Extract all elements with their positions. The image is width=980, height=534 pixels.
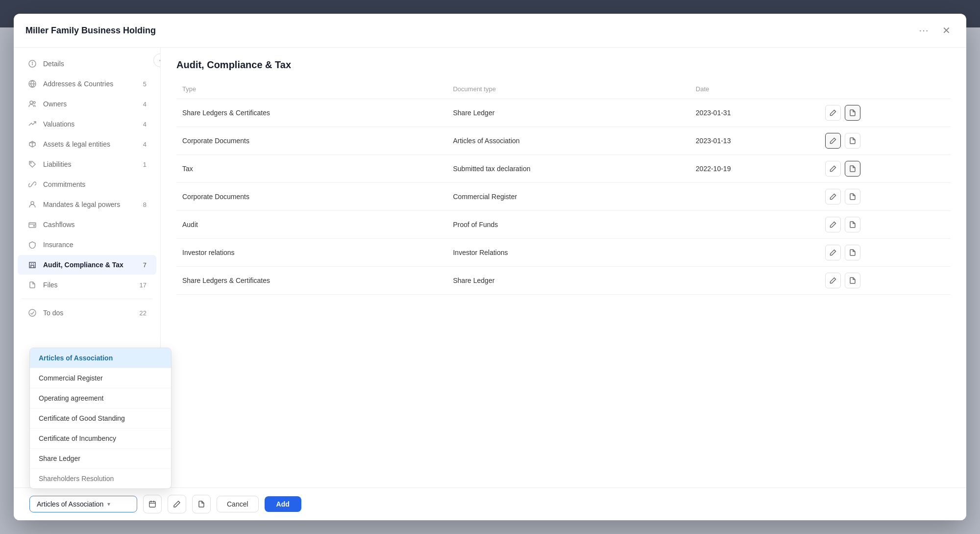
add-button[interactable]: Add [265,496,301,512]
sidebar-label-liabilities: Liabilities [43,160,131,168]
data-table: Type Document type Date Share Ledgers & … [176,82,951,295]
svg-rect-10 [29,223,36,228]
table-row: Share Ledgers & Certificates Share Ledge… [176,267,951,295]
sidebar-item-details[interactable]: Details [18,54,156,74]
sidebar-item-audit[interactable]: Audit, Compliance & Tax 7 [18,255,156,275]
cell-type-1: Corporate Documents [176,127,447,155]
cell-date-0: 2023-01-31 [690,99,817,127]
sidebar-item-liabilities[interactable]: Liabilities 1 [18,154,156,174]
edit-row-button-3[interactable] [825,189,841,204]
dropdown-option-incumbency[interactable]: Certificate of Incumbency [30,429,171,449]
trending-up-icon [27,119,37,129]
cell-date-2: 2022-10-19 [690,155,817,183]
svg-point-11 [34,226,35,227]
cell-actions-2 [817,155,951,183]
cell-doctype-3: Commercial Register [447,183,689,211]
sidebar-count-audit: 7 [137,261,147,269]
svg-point-2 [32,62,33,63]
main-content: Audit, Compliance & Tax Type Document ty… [161,48,966,487]
cell-date-1: 2023-01-13 [690,127,817,155]
modal: Miller Family Business Holding ⋯ ✕ ‹ Det… [14,14,966,520]
globe-icon [27,79,37,89]
cell-doctype-0: Share Ledger [447,99,689,127]
svg-point-5 [33,102,35,103]
sidebar-label-files: Files [43,281,131,289]
cell-actions-6 [817,267,951,295]
sidebar-divider [22,299,152,299]
sidebar-item-valuations[interactable]: Valuations 4 [18,114,156,134]
sidebar-item-mandates[interactable]: Mandates & legal powers 8 [18,195,156,214]
cell-actions-5 [817,239,951,267]
sidebar-count-assets: 4 [137,141,147,148]
dropdown-option-good-standing[interactable]: Certificate of Good Standing [30,408,171,429]
info-icon [27,59,37,69]
sidebar-count-mandates: 8 [137,201,147,208]
edit-row-button-0[interactable] [825,105,841,121]
cell-doctype-1: Articles of Association [447,127,689,155]
col-header-type: Type [176,82,447,99]
sidebar-item-addresses[interactable]: Addresses & Countries 5 [18,74,156,94]
sidebar-item-insurance[interactable]: Insurance [18,235,156,254]
tag-icon [27,159,37,169]
file-row-button-5[interactable] [845,245,860,260]
col-header-date: Date [690,82,817,99]
cell-actions-0 [817,99,951,127]
file-row-button-0[interactable] [845,105,860,121]
sidebar-count-files: 17 [137,281,147,289]
file-row-button-2[interactable] [845,161,860,177]
dropdown-option-share-ledger[interactable]: Share Ledger [30,449,171,469]
cell-doctype-4: Proof of Funds [447,211,689,239]
dropdown-option-articles[interactable]: Articles of Association [30,348,171,368]
building-icon [27,260,37,270]
sidebar-item-owners[interactable]: Owners 4 [18,94,156,114]
dropdown-overlay: Articles of AssociationCommercial Regist… [29,348,172,489]
edit-row-button-1[interactable] [825,133,841,149]
edit-row-button-6[interactable] [825,273,841,288]
cell-type-5: Investor relations [176,239,447,267]
sidebar-label-addresses: Addresses & Countries [43,80,131,88]
sidebar-label-cashflows: Cashflows [43,221,147,229]
edit-icon-button[interactable] [168,495,186,513]
svg-rect-16 [149,502,155,508]
wallet-icon [27,220,37,229]
edit-row-button-5[interactable] [825,245,841,260]
dropdown-option-operating[interactable]: Operating agreement [30,388,171,408]
sidebar-label-details: Details [43,60,147,68]
file-row-button-6[interactable] [845,273,860,288]
close-button[interactable]: ✕ [938,23,955,38]
file-row-button-4[interactable] [845,217,860,232]
edit-row-button-4[interactable] [825,217,841,232]
cell-doctype-2: Submitted tax declaration [447,155,689,183]
cell-type-2: Tax [176,155,447,183]
sidebar-label-assets: Assets & legal entities [43,140,131,148]
cell-date-3 [690,183,817,211]
document-type-dropdown: Articles of Association ▾ [29,496,137,512]
cell-actions-3 [817,183,951,211]
cell-actions-1 [817,127,951,155]
todos-count: 22 [137,309,147,317]
cell-type-6: Share Ledgers & Certificates [176,267,447,295]
svg-point-15 [29,309,36,316]
dropdown-option-shareholders[interactable]: Shareholders Resolution [30,469,171,488]
file-icon-button[interactable] [192,495,211,513]
modal-header: Miller Family Business Holding ⋯ ✕ [14,14,966,48]
table-row: Tax Submitted tax declaration 2022-10-19 [176,155,951,183]
file-row-button-1[interactable] [845,133,860,149]
cell-type-4: Audit [176,211,447,239]
cancel-button[interactable]: Cancel [217,496,259,512]
more-options-button[interactable]: ⋯ [915,23,932,38]
cell-doctype-5: Investor Relations [447,239,689,267]
cell-date-6 [690,267,817,295]
file-icon [27,280,37,290]
sidebar-item-assets[interactable]: Assets & legal entities 4 [18,134,156,154]
edit-row-button-2[interactable] [825,161,841,177]
file-row-button-3[interactable] [845,189,860,204]
sidebar-item-commitments[interactable]: Commitments [18,175,156,194]
calendar-icon-button[interactable] [143,495,162,513]
sidebar-item-cashflows[interactable]: Cashflows [18,215,156,234]
dropdown-select-button[interactable]: Articles of Association ▾ [29,496,137,512]
sidebar-item-files[interactable]: Files 17 [18,275,156,295]
dropdown-option-commercial[interactable]: Commercial Register [30,368,171,388]
sidebar-item-todos[interactable]: To dos 22 [18,303,156,323]
bottom-bar: Articles of Association ▾ Cancel [14,487,966,520]
